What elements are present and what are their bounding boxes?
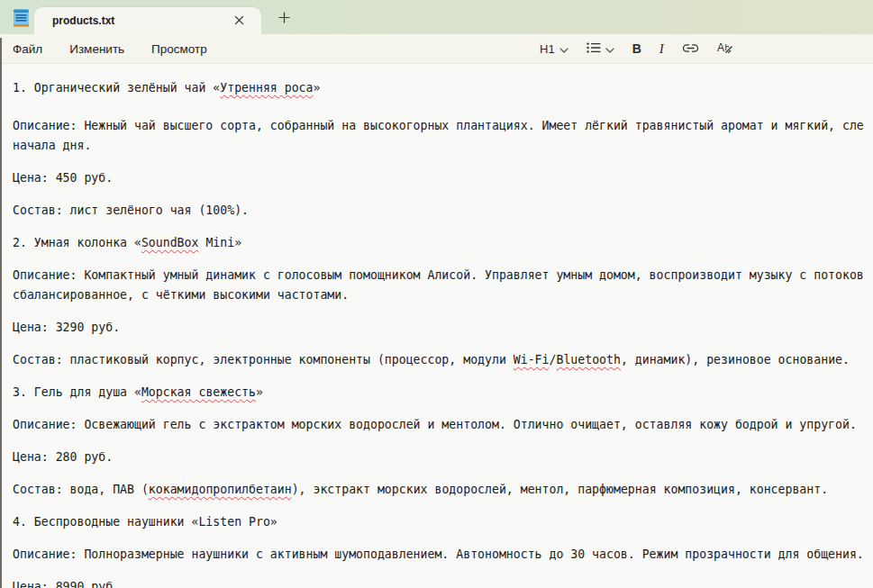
editor-line[interactable]: Цена: 280 руб. — [13, 448, 873, 467]
editor-line[interactable]: Цена: 450 руб. — [13, 168, 873, 188]
clear-formatting-icon: A b — [717, 41, 733, 57]
text-segment: Цена: 8990 руб. — [13, 580, 120, 588]
misspelled-word: Утренняя роса — [220, 81, 313, 95]
editor-line[interactable]: Состав: пластиковый корпус, электронные … — [13, 350, 873, 370]
editor-line[interactable]: Состав: лист зелёного чая (100%). — [13, 201, 873, 221]
text-segment: Описание: Полноразмерные наушники с акти… — [13, 547, 864, 561]
notepad-app-icon — [13, 8, 30, 28]
editor-line[interactable]: начала дня. — [13, 136, 873, 156]
text-segment: Описание: Нежный чай высшего сорта, собр… — [13, 119, 864, 132]
editor-line[interactable]: 4. Беспроводные наушники «Listen Pro» — [13, 512, 873, 532]
tab-bar: products.txt — [0, 0, 873, 34]
editor-line[interactable]: Цена: 3290 руб. — [13, 318, 873, 338]
chevron-down-icon — [605, 42, 614, 56]
editor-line[interactable]: 2. Умная колонка «SoundBox Mini» — [13, 233, 873, 253]
text-segment: » — [313, 81, 320, 95]
heading-style-dropdown[interactable]: H1 — [533, 38, 575, 60]
plus-icon — [278, 12, 290, 26]
text-segment: 3. Гель для душа « — [13, 385, 141, 399]
editor-line[interactable]: Описание: Нежный чай высшего сорта, собр… — [13, 116, 873, 136]
close-icon — [234, 14, 244, 28]
misspelled-word: Bluetooth — [556, 353, 620, 366]
editor-line[interactable]: 1. Органический зелёный чай «Утренняя ро… — [13, 78, 873, 104]
menu-view[interactable]: Просмотр — [143, 38, 215, 60]
list-style-dropdown[interactable] — [580, 38, 621, 60]
text-segment: , динамик), резиновое основание. — [621, 353, 850, 366]
text-segment: 1. Органический зелёный чай « — [13, 81, 220, 95]
text-segment: Цена: 3290 руб. — [13, 321, 120, 334]
bold-button[interactable]: B — [626, 37, 648, 60]
text-segment: Описание: Освежающий гель с экстрактом м… — [13, 418, 857, 431]
text-segment: 4. Беспроводные наушники «Listen Pro» — [13, 515, 277, 529]
text-segment: 2. Умная колонка « — [13, 236, 141, 249]
new-tab-button[interactable] — [270, 7, 297, 31]
text-segment: ), экстракт морских водорослей, ментол, … — [292, 483, 828, 496]
text-segment: сбалансированное, с чёткими высокими час… — [13, 288, 349, 302]
text-segment: » — [256, 385, 263, 399]
text-segment: Описание: Компактный умный динамик с гол… — [13, 268, 864, 282]
text-segment: Состав: пластиковый корпус, электронные … — [13, 353, 514, 366]
editor-line[interactable]: Цена: 8990 руб. — [13, 577, 873, 588]
menu-bar: Файл Изменить Просмотр H1 B I — [0, 34, 873, 64]
svg-text:A: A — [717, 41, 724, 54]
italic-button[interactable]: I — [653, 37, 670, 61]
chevron-down-icon — [559, 42, 568, 56]
clear-formatting-button[interactable]: A b — [711, 36, 740, 61]
misspelled-word: Wi-Fi — [514, 353, 550, 366]
tab-title: products.txt — [52, 14, 114, 27]
misspelled-word: кокамидопропилбетаин — [149, 483, 292, 496]
insert-link-button[interactable] — [676, 38, 705, 60]
editor-line[interactable]: сбалансированное, с чёткими высокими час… — [13, 285, 873, 305]
tab-close-button[interactable] — [229, 11, 249, 31]
editor-line[interactable]: 3. Гель для душа «Морская свежесть» — [13, 383, 873, 403]
editor-line[interactable]: Состав: вода, ПАВ (кокамидопропилбетаин)… — [13, 480, 873, 500]
misspelled-word: SoundBox — [141, 236, 199, 249]
text-segment: Состав: лист зелёного чая (100%). — [13, 204, 249, 217]
misspelled-word: Морская свежесть — [141, 385, 256, 399]
editor-line[interactable]: Описание: Полноразмерные наушники с акти… — [13, 545, 873, 565]
text-segment: Цена: 280 руб. — [13, 450, 113, 464]
bulleted-list-icon — [587, 42, 601, 56]
menu-file[interactable]: Файл — [5, 38, 50, 60]
tab-products-txt[interactable]: products.txt — [34, 7, 261, 34]
link-icon — [682, 42, 699, 56]
editor-line[interactable]: Описание: Компактный умный динамик с гол… — [13, 266, 873, 285]
menu-edit[interactable]: Изменить — [61, 38, 132, 60]
text-segment: начала дня. — [13, 139, 91, 152]
text-segment: Цена: 450 руб. — [13, 171, 113, 185]
formatting-toolbar: H1 B I — [533, 34, 740, 63]
text-editor[interactable]: 1. Органический зелёный чай «Утренняя ро… — [0, 64, 873, 588]
editor-line[interactable]: Описание: Освежающий гель с экстрактом м… — [13, 415, 873, 435]
text-segment: Состав: вода, ПАВ ( — [13, 483, 149, 496]
text-segment: Mini» — [198, 236, 241, 249]
heading-style-label: H1 — [540, 42, 555, 56]
window-left-edge — [0, 38, 2, 588]
